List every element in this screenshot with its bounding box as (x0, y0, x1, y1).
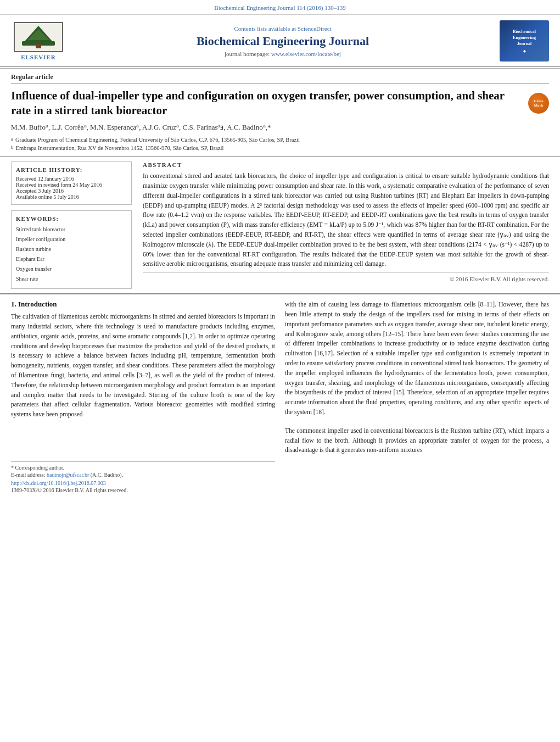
body-left-col: 1. Introduction The cultivation of filam… (11, 300, 275, 494)
keyword-2: Impeller configuration (16, 235, 127, 244)
elsevier-logo-box (14, 22, 63, 52)
journal-center: Contents lists available at ScienceDirec… (66, 25, 500, 57)
received-date: Received 12 January 2016 (16, 176, 127, 182)
aff-superscript-b: b (11, 144, 14, 153)
elsevier-label: ELSEVIER (21, 54, 56, 60)
keywords-title: Keywords: (16, 215, 127, 222)
svg-rect-3 (36, 44, 41, 48)
sciencedirect-link[interactable]: ScienceDirect (298, 25, 332, 32)
crossmark-badge[interactable]: CrossMark (528, 93, 549, 114)
two-col-info: Article history: Received 12 January 201… (0, 157, 560, 289)
keyword-3: Rushton turbine (16, 244, 127, 254)
accepted-date: Accepted 3 July 2016 (16, 188, 127, 194)
keywords-section: Keywords: Stirred tank bioreactor Impell… (11, 210, 132, 289)
article-type: Regular article (0, 68, 560, 81)
elsevier-logo: ELSEVIER (11, 22, 66, 60)
keyword-4: Elephant Ear (16, 254, 127, 264)
available-online-date: Available online 5 July 2016 (16, 194, 127, 200)
abstract-text: In conventional stirred and aerated tank… (143, 171, 549, 269)
authors-section: M.M. Buffoᵃ, L.J. Corrêaᵃ, M.N. Esperanç… (0, 121, 560, 134)
issn-text: 1369-703X/© 2016 Elsevier B.V. All right… (11, 487, 275, 493)
copyright-line: © 2016 Elsevier B.V. All rights reserved… (143, 272, 549, 282)
journal-logo-right-text: Biochemical Engineering Journal ◆ (513, 29, 536, 54)
received-revised-date: Received in revised form 24 May 2016 (16, 182, 127, 188)
affiliation-a-text: Graduate Program of Chemical Engineering… (15, 136, 300, 144)
journal-header: ELSEVIER Contents lists available at Sci… (0, 15, 560, 67)
right-col: Abstract In conventional stirred and aer… (143, 161, 549, 289)
footnotes-area: * Corresponding author. E-mail address: … (11, 461, 275, 493)
article-title-section: Influence of dual-impeller type and conf… (0, 86, 560, 121)
left-col: Article history: Received 12 January 201… (11, 161, 132, 289)
article-info-title: Article history: (16, 166, 127, 173)
page-wrapper: Biochemical Engineering Journal 114 (201… (0, 0, 560, 742)
authors-text: M.M. Buffoᵃ, L.J. Corrêaᵃ, M.N. Esperanç… (11, 123, 271, 131)
journal-logo-right: Biochemical Engineering Journal ◆ (500, 20, 549, 62)
citation-link[interactable]: Biochemical Engineering Journal 114 (201… (214, 4, 345, 11)
doi-link: http://dx.doi.org/10.1016/j.bej.2016.07.… (11, 480, 275, 486)
sciencedirect-text: Contents lists available at ScienceDirec… (66, 25, 500, 32)
intro-section-label: Introduction (18, 300, 57, 308)
journal-title: Biochemical Engineering Journal (66, 34, 500, 48)
journal-homepage: journal homepage: www.elsevier.com/locat… (66, 51, 500, 57)
homepage-url[interactable]: www.elsevier.com/locate/bej (271, 51, 341, 57)
corresponding-author-note: * Corresponding author. (11, 465, 275, 471)
intro-para-3: The commonest impeller used in conventio… (285, 426, 549, 455)
doi-url[interactable]: http://dx.doi.org/10.1016/j.bej.2016.07.… (11, 480, 106, 486)
top-citation-bar: Biochemical Engineering Journal 114 (201… (0, 0, 560, 15)
keyword-5: Oxygen transfer (16, 264, 127, 274)
email-note: E-mail address: badinojr@ufscar.br (A.C.… (11, 472, 275, 478)
abstract-title: Abstract (143, 161, 549, 168)
intro-section-number: 1. (11, 300, 16, 308)
affiliation-b: b Embrapa Instrumentation, Rua XV de Nov… (11, 144, 549, 153)
body-right-col: with the aim of causing less damage to f… (285, 300, 549, 494)
main-body: 1. Introduction The cultivation of filam… (0, 293, 560, 494)
aff-superscript-a: a (11, 136, 13, 144)
affiliations: a Graduate Program of Chemical Engineeri… (0, 134, 560, 157)
affiliation-b-text: Embrapa Instrumentation, Rua XV de Novem… (16, 144, 224, 153)
article-info-box: Article history: Received 12 January 201… (11, 161, 132, 205)
crossmark-text: CrossMark (534, 99, 543, 108)
affiliation-a: a Graduate Program of Chemical Engineeri… (11, 136, 549, 144)
elsevier-tree-icon (19, 25, 58, 49)
keyword-6: Shear rate (16, 274, 127, 284)
intro-section-title: 1. Introduction (11, 300, 275, 309)
intro-para-2: with the aim of causing less damage to f… (285, 300, 549, 417)
email-link[interactable]: badinojr@ufscar.br (47, 472, 89, 478)
article-title: Influence of dual-impeller type and conf… (11, 88, 520, 119)
intro-para-1: The cultivation of filamentous aerobic m… (11, 312, 275, 420)
keyword-1: Stirred tank bioreactor (16, 225, 127, 235)
